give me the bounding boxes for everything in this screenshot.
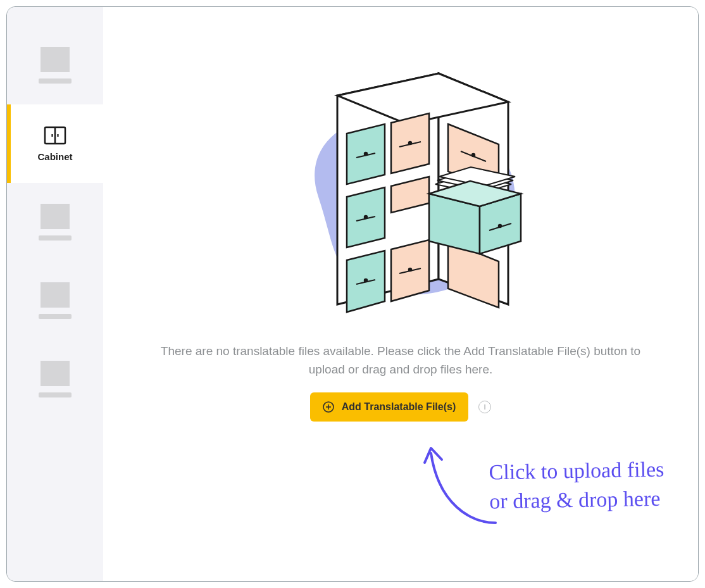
svg-point-26 <box>472 154 475 156</box>
sidebar-item-cabinet[interactable]: Cabinet <box>7 104 103 183</box>
placeholder-icon <box>41 204 70 229</box>
add-button-label: Add Translatable File(s) <box>342 401 456 413</box>
placeholder-label <box>39 314 72 319</box>
add-translatable-file-button[interactable]: Add Translatable File(s) <box>310 392 468 422</box>
action-row: Add Translatable File(s) i <box>310 392 491 422</box>
plus-circle-icon <box>323 401 334 413</box>
svg-point-13 <box>365 216 367 218</box>
svg-point-20 <box>409 142 411 144</box>
placeholder-icon <box>41 361 70 386</box>
svg-point-11 <box>365 153 367 155</box>
placeholder-label <box>39 78 72 84</box>
sidebar-item-placeholder-2[interactable] <box>7 183 103 261</box>
main-content: There are no translatable files availabl… <box>103 7 698 581</box>
sidebar-item-label: Cabinet <box>37 151 72 162</box>
sidebar-item-placeholder-3[interactable] <box>7 261 103 340</box>
placeholder-icon <box>41 47 70 72</box>
placeholder-icon <box>41 282 70 308</box>
app-frame: Cabinet <box>6 6 699 582</box>
annotation-text: Click to upload files or drag & drop her… <box>489 455 664 516</box>
svg-point-34 <box>499 225 501 227</box>
cabinet-icon <box>44 126 66 145</box>
sidebar-item-placeholder-4[interactable] <box>7 340 103 418</box>
empty-state-message: There are no translatable files availabl… <box>160 342 641 378</box>
placeholder-label <box>39 392 72 397</box>
annotation-line-1: Click to upload files <box>489 455 664 487</box>
sidebar: Cabinet <box>7 7 103 581</box>
placeholder-label <box>39 235 72 241</box>
svg-point-22 <box>409 268 411 271</box>
svg-point-15 <box>365 279 367 282</box>
annotation-line-2: or drag & drop here <box>489 484 664 516</box>
cabinet-illustration <box>261 51 540 330</box>
info-icon[interactable]: i <box>478 401 491 413</box>
sidebar-item-placeholder-1[interactable] <box>7 26 103 104</box>
